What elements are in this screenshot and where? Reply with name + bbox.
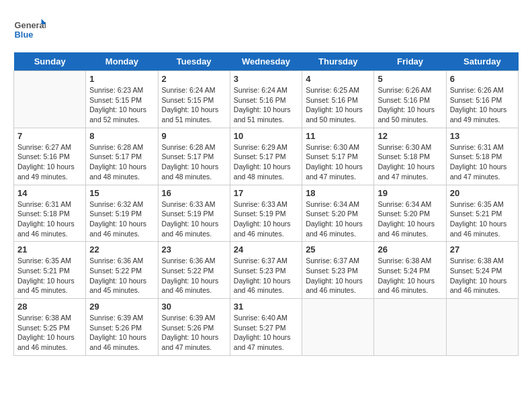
- calendar-cell: 31Sunrise: 6:40 AMSunset: 5:27 PMDayligh…: [230, 299, 302, 356]
- cell-info: Daylight: 10 hours: [17, 219, 82, 229]
- cell-info: Sunrise: 6:28 AM: [162, 142, 226, 152]
- calendar-cell: 20Sunrise: 6:35 AMSunset: 5:21 PMDayligh…: [446, 185, 518, 242]
- cell-info: Sunset: 5:19 PM: [89, 209, 154, 219]
- day-header-monday: Monday: [86, 52, 158, 71]
- cell-info: Daylight: 10 hours: [234, 105, 298, 115]
- calendar-cell: 6Sunrise: 6:26 AMSunset: 5:16 PMDaylight…: [446, 71, 518, 128]
- day-header-thursday: Thursday: [302, 52, 374, 71]
- week-row-1: 1Sunrise: 6:23 AMSunset: 5:15 PMDaylight…: [14, 71, 519, 128]
- cell-info: Sunrise: 6:26 AM: [450, 85, 515, 95]
- cell-info: Sunrise: 6:36 AM: [89, 256, 154, 266]
- cell-info: Sunset: 5:27 PM: [234, 323, 298, 333]
- day-number: 31: [234, 302, 298, 312]
- cell-info: Daylight: 10 hours: [234, 332, 298, 342]
- day-number: 25: [306, 244, 370, 255]
- week-row-3: 14Sunrise: 6:31 AMSunset: 5:18 PMDayligh…: [14, 185, 519, 242]
- cell-info: Sunset: 5:17 PM: [234, 152, 298, 162]
- cell-info: Sunset: 5:26 PM: [89, 323, 154, 333]
- cell-info: and 48 minutes.: [89, 172, 154, 182]
- cell-info: Sunset: 5:19 PM: [234, 209, 298, 219]
- day-number: 9: [162, 131, 226, 141]
- calendar-cell: 2Sunrise: 6:24 AMSunset: 5:15 PMDaylight…: [158, 71, 230, 128]
- calendar-cell: 18Sunrise: 6:34 AMSunset: 5:20 PMDayligh…: [302, 185, 374, 242]
- cell-info: and 46 minutes.: [162, 285, 226, 295]
- cell-info: Daylight: 10 hours: [378, 219, 442, 229]
- day-number: 11: [306, 131, 370, 141]
- cell-info: Sunset: 5:23 PM: [306, 266, 370, 276]
- calendar-cell: 17Sunrise: 6:33 AMSunset: 5:19 PMDayligh…: [230, 185, 302, 242]
- cell-info: Sunset: 5:26 PM: [162, 323, 226, 333]
- day-number: 28: [17, 302, 82, 312]
- day-number: 26: [378, 244, 442, 255]
- cell-info: Daylight: 10 hours: [378, 276, 442, 286]
- cell-info: Sunrise: 6:37 AM: [306, 256, 370, 266]
- cell-info: and 47 minutes.: [234, 342, 298, 353]
- cell-info: Sunrise: 6:24 AM: [234, 85, 298, 95]
- calendar-cell: 19Sunrise: 6:34 AMSunset: 5:20 PMDayligh…: [374, 185, 446, 242]
- cell-info: and 46 minutes.: [234, 229, 298, 239]
- week-row-5: 28Sunrise: 6:38 AMSunset: 5:25 PMDayligh…: [14, 299, 519, 356]
- cell-info: Sunrise: 6:38 AM: [378, 256, 442, 266]
- cell-info: Sunset: 5:15 PM: [162, 95, 226, 105]
- cell-info: Sunset: 5:18 PM: [450, 152, 515, 162]
- cell-info: Daylight: 10 hours: [378, 162, 442, 172]
- cell-info: Daylight: 10 hours: [234, 219, 298, 229]
- day-number: 20: [450, 188, 515, 198]
- cell-info: Sunset: 5:22 PM: [162, 266, 226, 276]
- cell-info: Sunset: 5:25 PM: [17, 323, 82, 333]
- cell-info: Sunrise: 6:23 AM: [89, 85, 154, 95]
- calendar-cell: 9Sunrise: 6:28 AMSunset: 5:17 PMDaylight…: [158, 128, 230, 185]
- cell-info: Sunrise: 6:37 AM: [234, 256, 298, 266]
- day-number: 13: [450, 131, 515, 141]
- cell-info: and 50 minutes.: [306, 115, 370, 125]
- calendar-cell: 28Sunrise: 6:38 AMSunset: 5:25 PMDayligh…: [14, 299, 86, 356]
- cell-info: Sunrise: 6:33 AM: [234, 199, 298, 210]
- calendar-cell: 22Sunrise: 6:36 AMSunset: 5:22 PMDayligh…: [86, 242, 158, 299]
- cell-info: Daylight: 10 hours: [306, 162, 370, 172]
- calendar-table: SundayMondayTuesdayWednesdayThursdayFrid…: [13, 52, 519, 356]
- logo-svg: General Blue: [13, 13, 46, 46]
- day-number: 21: [17, 244, 82, 255]
- cell-info: Daylight: 10 hours: [162, 219, 226, 229]
- cell-info: Sunrise: 6:32 AM: [89, 199, 154, 210]
- cell-info: and 46 minutes.: [306, 285, 370, 295]
- cell-info: Daylight: 10 hours: [89, 219, 154, 229]
- cell-info: Sunset: 5:21 PM: [450, 209, 515, 219]
- cell-info: Daylight: 10 hours: [306, 105, 370, 115]
- cell-info: and 47 minutes.: [450, 172, 515, 182]
- calendar-cell: 23Sunrise: 6:36 AMSunset: 5:22 PMDayligh…: [158, 242, 230, 299]
- cell-info: Sunset: 5:18 PM: [17, 209, 82, 219]
- cell-info: Daylight: 10 hours: [450, 219, 515, 229]
- calendar-cell: 13Sunrise: 6:31 AMSunset: 5:18 PMDayligh…: [446, 128, 518, 185]
- cell-info: Sunset: 5:16 PM: [378, 95, 442, 105]
- calendar-body: 1Sunrise: 6:23 AMSunset: 5:15 PMDaylight…: [14, 71, 519, 356]
- cell-info: and 47 minutes.: [378, 172, 442, 182]
- cell-info: and 46 minutes.: [306, 229, 370, 239]
- day-number: 12: [378, 131, 442, 141]
- cell-info: Sunset: 5:23 PM: [234, 266, 298, 276]
- day-number: 1: [89, 74, 154, 84]
- calendar-cell: 16Sunrise: 6:33 AMSunset: 5:19 PMDayligh…: [158, 185, 230, 242]
- cell-info: Sunset: 5:20 PM: [306, 209, 370, 219]
- cell-info: and 51 minutes.: [162, 115, 226, 125]
- day-number: 14: [17, 188, 82, 198]
- calendar-cell: 21Sunrise: 6:35 AMSunset: 5:21 PMDayligh…: [14, 242, 86, 299]
- cell-info: Sunset: 5:18 PM: [378, 152, 442, 162]
- cell-info: Daylight: 10 hours: [89, 332, 154, 342]
- day-number: 22: [89, 244, 154, 255]
- day-number: 2: [162, 74, 226, 84]
- cell-info: Daylight: 10 hours: [450, 276, 515, 286]
- day-header-sunday: Sunday: [14, 52, 86, 71]
- day-number: 3: [234, 74, 298, 84]
- cell-info: Sunrise: 6:30 AM: [306, 142, 370, 152]
- cell-info: and 49 minutes.: [17, 172, 82, 182]
- day-number: 10: [234, 131, 298, 141]
- cell-info: Sunset: 5:15 PM: [89, 95, 154, 105]
- cell-info: Sunrise: 6:35 AM: [450, 199, 515, 210]
- cell-info: Sunrise: 6:39 AM: [89, 313, 154, 323]
- cell-info: Daylight: 10 hours: [89, 105, 154, 115]
- calendar-cell: [446, 299, 518, 356]
- day-header-tuesday: Tuesday: [158, 52, 230, 71]
- cell-info: and 46 minutes.: [450, 229, 515, 239]
- calendar-cell: 26Sunrise: 6:38 AMSunset: 5:24 PMDayligh…: [374, 242, 446, 299]
